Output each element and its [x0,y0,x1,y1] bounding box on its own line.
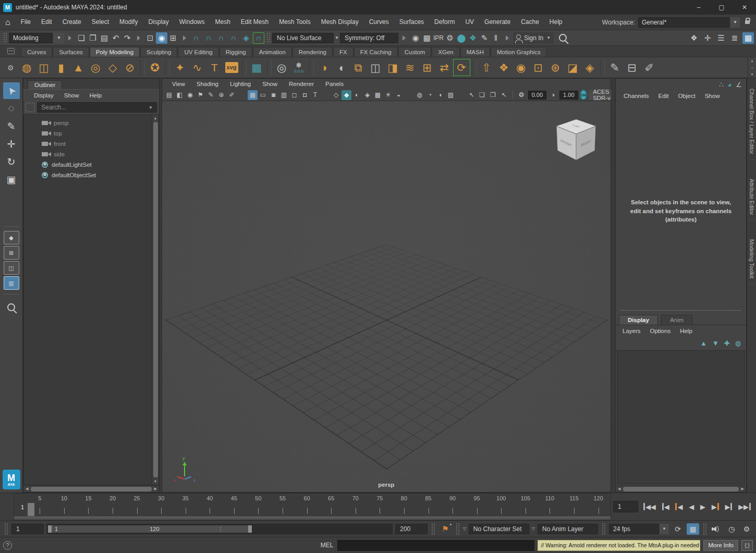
lighting-icon[interactable]: ☀ [383,90,393,100]
open-scene-icon[interactable]: ❐ [87,32,99,44]
boolean-difference-icon[interactable]: ◖ [333,59,350,76]
anti-alias-icon[interactable]: ◖ [435,90,445,100]
layer-list[interactable] [617,350,745,484]
poly-cylinder-icon[interactable]: ▮ [53,59,70,76]
menu-set-select[interactable]: Modeling [9,33,53,43]
shelf-tab-poly-modeling[interactable]: Poly Modeling [90,47,140,57]
select-camera-icon[interactable]: ▤ [164,90,174,100]
modeling-toolkit-icon[interactable]: ❖ [688,32,700,44]
svg-icon[interactable]: svg [223,59,240,76]
shelf-tab-rigging[interactable]: Rigging [220,47,252,57]
panel-splitter[interactable] [611,78,615,493]
animation-end-field[interactable]: 200 [395,524,428,534]
sculpt-tool-icon[interactable]: ✐ [641,59,658,76]
mute-audio-icon[interactable] [710,523,723,535]
render-current-frame-icon[interactable]: ▦ [421,32,433,44]
separator[interactable] [267,60,272,76]
bevel-icon[interactable]: ❖ [495,59,513,76]
grip-handle[interactable] [4,523,8,535]
extrude-icon[interactable]: ⇧ [478,59,495,76]
shelf-tab-animation[interactable]: Animation [253,47,292,57]
range-grip[interactable] [220,526,222,532]
home-icon[interactable]: ⌂ [5,18,10,27]
view-cube[interactable]: TOP FRONT RIGHT [567,122,587,155]
step-back-key-button[interactable]: ◀ [675,503,682,511]
sidebar-tab-modeling-toolkit[interactable]: Modeling Toolkit [749,234,755,284]
scale-tool[interactable]: ▣ [3,171,20,188]
circularize-icon[interactable]: ⊛ [547,59,564,76]
poly-disc-icon[interactable]: ⊘ [121,59,139,76]
move-layer-down-icon[interactable]: ▼ [712,339,719,347]
select-component-icon[interactable]: ⊞ [167,32,179,44]
step-forward-key-button[interactable]: ▶ [712,503,719,511]
film-gate-icon[interactable]: ▭ [258,90,268,100]
menu-cache[interactable]: Cache [516,15,544,30]
menu-mesh[interactable]: Mesh [210,15,235,30]
snap-to-curve-icon[interactable]: ∩ [203,32,214,44]
layer-menu-layers[interactable]: Layers [618,328,645,334]
menu-generate[interactable]: Generate [479,15,516,30]
menu-set-dropdown-icon[interactable]: ▼ [54,33,64,43]
sidebar-tab-attribute-editor[interactable]: Attribute Editor [749,174,755,220]
bookmark-icon[interactable]: ⚑ [196,90,205,100]
group-collapse-icon[interactable] [506,35,509,41]
shelf-tab-sculpting[interactable]: Sculpting [140,47,177,57]
platonic-solid-icon[interactable]: ✪ [147,59,164,76]
outliner-item[interactable]: defaultObjectSet [24,170,152,180]
go-to-end-button[interactable]: ▶▶ [738,503,751,511]
pan-zoom-icon[interactable]: ⊕ [216,90,226,100]
super-shape-icon[interactable]: ✦ [172,59,189,76]
outliner-vertical-scrollbar[interactable]: ▲ ▼ [152,115,158,485]
animation-start-field[interactable]: 1 [11,524,44,534]
shelf-tab-fx-caching[interactable]: FX Caching [354,47,398,57]
menu-modify[interactable]: Modify [114,15,143,30]
shelf-tab-fx[interactable]: FX [333,47,353,57]
poly-sphere-icon[interactable]: ◍ [18,59,35,76]
shelf-tab-surfaces[interactable]: Surfaces [53,47,89,57]
poly-cone-icon[interactable]: ▲ [70,59,87,76]
animation-preferences-icon[interactable]: ⚙ [740,523,753,535]
step-back-frame-button[interactable]: ◀ [662,503,669,511]
safe-action-icon[interactable]: ◘ [300,90,310,100]
script-editor-icon[interactable]: {;} [741,540,753,551]
maximize-button[interactable]: ▢ [710,0,733,15]
gamma-icon[interactable]: ◑ [548,90,558,100]
gamma-field[interactable]: 1.00 [559,91,578,100]
humanik-icon[interactable]: ✛ [702,32,713,44]
single-pane-layout[interactable]: ◆ [4,231,19,244]
outliner-tab[interactable]: Outliner [28,80,62,89]
symmetrize-icon[interactable]: ◈ [581,59,599,76]
menu-surfaces[interactable]: Surfaces [394,15,429,30]
pop-out-icon[interactable]: ↖ [499,90,509,100]
fps-select[interactable]: 24 fps [609,524,659,534]
character-set-dropdown-icon[interactable]: ▽ [463,526,466,531]
separator[interactable] [140,60,145,76]
menu-display[interactable]: Display [143,15,174,30]
grease-pencil-icon[interactable]: ✐ [227,90,237,100]
textured-icon[interactable]: ◐ [352,90,362,100]
layer-tab-display[interactable]: Display [619,315,658,325]
shelf-scroll-buttons[interactable]: ▲ ▪ ▼ [748,57,756,78]
zero-transform-icon[interactable]: ❄ 0,0,0 [290,59,308,76]
make-live-icon[interactable]: ◈ [240,32,252,44]
image-plane-icon[interactable]: ✎ [206,90,216,100]
poly-text-icon[interactable]: T [206,59,223,76]
channel-menu-edit[interactable]: Edit [654,93,674,99]
poly-plane-icon[interactable]: ◇ [104,59,121,76]
range-end-handle[interactable] [248,525,252,533]
outliner-item[interactable]: persp [24,118,152,128]
grip-handle[interactable] [431,523,435,535]
xray-icon[interactable]: ❏ [477,90,487,100]
separate-icon[interactable]: ◫ [367,59,384,76]
outliner-menu-help[interactable]: Help [85,92,107,99]
minimize-button[interactable]: – [687,0,710,15]
channel-box-icon[interactable]: ☰ [715,32,727,44]
tool-settings-icon[interactable]: ▦ [742,32,754,44]
group-collapse-icon[interactable] [183,35,186,41]
shelf-tab-mash[interactable]: MASH [460,47,490,57]
isolate-select-icon[interactable]: ↖ [467,90,477,100]
bridge-icon[interactable]: ◉ [513,59,530,76]
resolution-gate-icon[interactable]: ◙ [269,90,278,100]
menu-select[interactable]: Select [87,15,114,30]
select-tool[interactable]: ➤ [3,82,20,99]
